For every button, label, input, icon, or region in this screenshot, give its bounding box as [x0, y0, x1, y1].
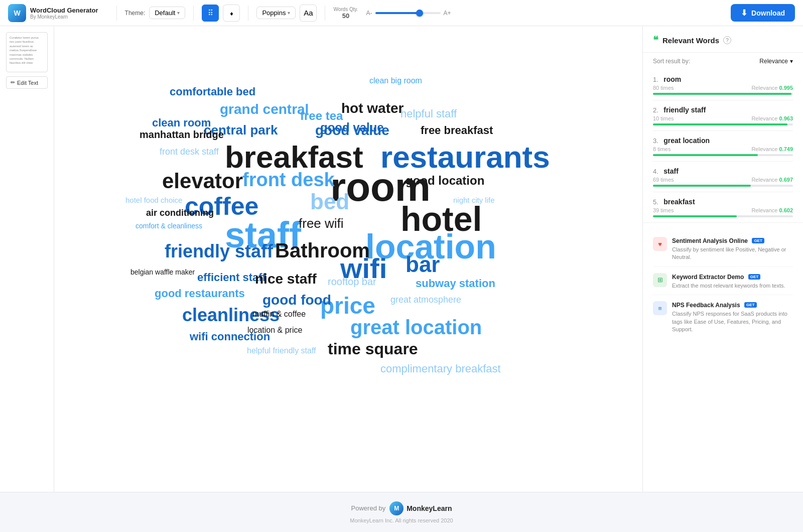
sort-select[interactable]: Relevance ▾ [759, 58, 793, 65]
left-panel: Curabitur lorem purus nec justo faucibus… [0, 26, 54, 492]
word-good-location[interactable]: good location [406, 174, 484, 188]
header-divider-3 [248, 6, 248, 21]
header-divider-1 [116, 6, 117, 21]
app-header: W WordCloud Generator By MonkeyLearn The… [0, 0, 803, 26]
word-muffin-&-coffee[interactable]: muffin & coffee [252, 310, 306, 319]
tool-desc: Classify NPS responses for SaaS products… [672, 310, 793, 333]
tool-info: Sentiment Analysis Online GET Classify b… [672, 236, 793, 261]
word-free-wifi[interactable]: free wifi [299, 216, 344, 231]
word-helpful-staff[interactable]: helpful staff [400, 107, 457, 120]
text-preview: Curabitur lorem purus nec justo faucibus… [6, 32, 48, 72]
word-hot-water[interactable]: hot water [341, 100, 404, 116]
word-bar[interactable]: bar [406, 252, 440, 277]
item-word: great location [663, 137, 710, 145]
word-great-location[interactable]: great location [350, 316, 482, 339]
item-number: 3. [653, 137, 658, 145]
word-good-food[interactable]: good food [262, 292, 331, 308]
size-slider-fill [375, 12, 418, 14]
progress-bar-fill [653, 185, 751, 187]
item-word: room [663, 75, 681, 83]
font-group: Poppins ▾ Aa [256, 5, 317, 22]
tool-item[interactable]: ≡ NPS Feedback Analysis GET Classify NPS… [653, 295, 793, 338]
text-layout-icon[interactable]: ⠿ [202, 5, 219, 22]
word-good-restaurants[interactable]: good restaurants [155, 287, 245, 300]
word-friendly-staff[interactable]: friendly staff [165, 241, 273, 262]
right-panel: ❝ Relevant Words ? Sort result by: Relev… [642, 26, 803, 492]
word-night-city-life[interactable]: night city life [453, 196, 495, 204]
relevant-item: 1. room 80 times Relevance 0.995 [653, 70, 793, 100]
progress-bar-fill [653, 123, 787, 125]
fill-color-icon[interactable]: ⬧ [223, 5, 240, 22]
word-manhattan-bridge[interactable]: manhattan bridge [140, 129, 224, 141]
word-bed[interactable]: bed [310, 189, 349, 214]
word-free-breakfast[interactable]: free breakfast [421, 124, 493, 137]
download-button[interactable]: ⬇ Download [731, 4, 795, 22]
sort-row: Sort result by: Relevance ▾ [643, 53, 803, 70]
word-air-conditioning[interactable]: air conditioning [146, 208, 214, 218]
word-clean-big-room[interactable]: clean big room [369, 76, 422, 85]
download-icon: ⬇ [741, 8, 747, 18]
words-qty-group: Words Qty. 50 [333, 7, 358, 20]
theme-group: Theme: Default ▾ [125, 7, 186, 19]
progress-bar [653, 185, 793, 187]
word-grand-central[interactable]: grand central [220, 101, 309, 117]
word-Bathroom[interactable]: Bathroom [275, 239, 370, 262]
word-good-value[interactable]: good value [315, 122, 389, 139]
word-clean-room[interactable]: clean room [152, 116, 211, 129]
copyright: MonkeyLearn Inc. All rights reserved 202… [350, 517, 453, 523]
item-relevance: Relevance 0.963 [751, 115, 793, 121]
word-complimentary-breakfast[interactable]: complimentary breakfast [380, 362, 501, 375]
help-icon[interactable]: ? [723, 36, 731, 44]
edit-text-button[interactable]: ✏ Edit Text [6, 76, 48, 89]
word-great-atmosphere[interactable]: great atmosphere [390, 295, 461, 305]
tool-info: NPS Feedback Analysis GET Classify NPS r… [672, 300, 793, 333]
word-belgian-waffle-maker[interactable]: belgian waffle maker [130, 268, 195, 276]
logo-area: W WordCloud Generator By MonkeyLearn [8, 4, 98, 22]
tool-desc: Extract the most relevant keywords from … [672, 282, 785, 290]
relevant-words-header: ❝ Relevant Words ? [643, 26, 803, 53]
progress-bar [653, 215, 793, 217]
word-wifi-connection[interactable]: wifi connection [190, 330, 270, 343]
word-comfortable-bed[interactable]: comfortable bed [170, 85, 255, 98]
item-word: staff [663, 167, 679, 175]
word-comfort-&-cleanliness[interactable]: comfort & cleanliness [136, 222, 202, 230]
item-relevance: Relevance 0.749 [751, 146, 793, 152]
tool-name: NPS Feedback Analysis [672, 302, 740, 309]
word-subway-station[interactable]: subway station [416, 277, 495, 290]
progress-bar-fill [653, 93, 791, 95]
aa-button[interactable]: Aa [300, 5, 317, 22]
quote-icon: ❝ [653, 34, 658, 46]
tool-item[interactable]: ⊞ Keyword Extractor Demo GET Extract the… [653, 267, 793, 295]
word-restaurants[interactable]: restaurants [380, 139, 550, 175]
sidebar-tools: ♥ Sentiment Analysis Online GET Classify… [643, 222, 803, 346]
word-free-tea[interactable]: free tea [300, 109, 343, 123]
word-rooftop-bar[interactable]: rooftop bar [328, 276, 376, 288]
word-front-desk-staff[interactable]: front desk staff [160, 147, 219, 157]
size-slider-track[interactable] [375, 12, 441, 14]
size-slider-thumb[interactable] [416, 10, 423, 17]
progress-bar-fill [653, 215, 737, 217]
relevant-item: 3. great location 8 times Relevance 0.74… [653, 131, 793, 162]
tool-item[interactable]: ♥ Sentiment Analysis Online GET Classify… [653, 231, 793, 267]
tool-badge: GET [744, 302, 756, 308]
word-time-square[interactable]: time square [328, 340, 418, 358]
header-divider-2 [193, 6, 194, 21]
sort-label: Sort result by: [653, 58, 690, 65]
relevant-item: 4. staff 69 times Relevance 0.697 [653, 162, 793, 192]
relevant-item: 5. breakfast 39 times Relevance 0.602 [653, 192, 793, 222]
word-front-desk[interactable]: front desk [242, 169, 335, 191]
word-nice-staff[interactable]: nice staff [255, 271, 317, 287]
item-times: 10 times [653, 115, 674, 121]
progress-bar [653, 123, 793, 125]
word-elevator[interactable]: elevator [162, 169, 243, 193]
font-select[interactable]: Poppins ▾ [256, 7, 296, 19]
logo-text: WordCloud Generator By MonkeyLearn [30, 7, 98, 20]
relevant-list: 1. room 80 times Relevance 0.995 2. frie… [643, 70, 803, 222]
theme-select[interactable]: Default ▾ [149, 7, 185, 19]
relevant-words-title: Relevant Words [662, 36, 719, 45]
word-helpful-friendly-staff[interactable]: helpful friendly staff [247, 346, 316, 355]
footer-powered: Powered by M MonkeyLearn [351, 501, 452, 515]
item-times: 80 times [653, 85, 674, 91]
word-hotel-food-choice[interactable]: hotel food choice [125, 196, 182, 204]
wordcloud-area: roombreakfastrestaurantshotelstafflocati… [54, 26, 642, 492]
